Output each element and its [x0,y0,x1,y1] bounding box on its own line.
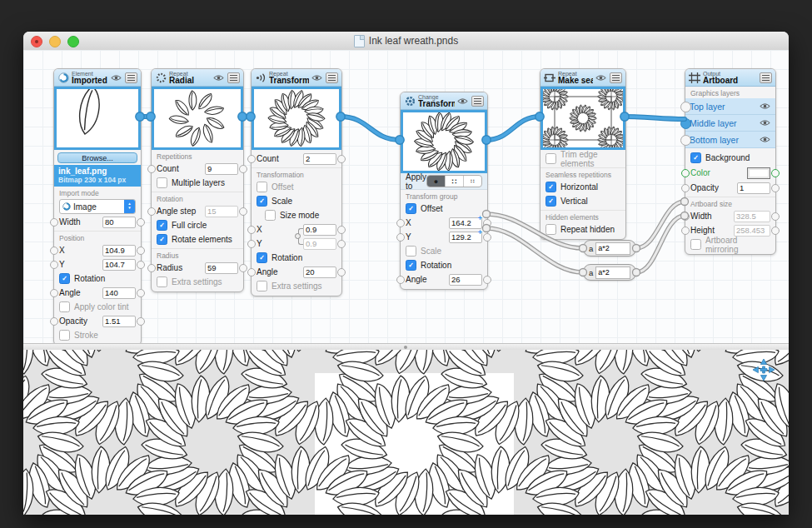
visibility-eye-icon[interactable] [457,97,469,105]
multiple-layers-checkbox[interactable] [157,177,167,188]
rotation-label: Rotation [74,274,105,283]
x-field[interactable]: 104.9 [102,245,136,257]
rotate-elements-checkbox[interactable] [157,234,167,245]
node-menu-icon[interactable] [610,72,622,83]
background-checkbox[interactable] [690,152,701,163]
y-field[interactable]: 0.9 [303,238,336,250]
count-field[interactable]: 2 [303,153,336,165]
size-mode-checkbox[interactable] [265,210,276,221]
expression-node[interactable]: a a*2 [583,264,636,281]
document-proxy-icon [354,35,365,47]
angle-field[interactable]: 20 [303,266,336,278]
count-field[interactable]: 9 [205,163,238,175]
node-preview-wreath [401,110,487,173]
color-tint-checkbox[interactable] [59,301,70,312]
horizontal-checkbox[interactable] [545,182,556,192]
offset-checkbox[interactable] [257,182,267,192]
file-info-band: ink_leaf.png Bitmap 230 x 104 px [54,165,141,187]
repeat-hidden-checkbox[interactable] [545,224,556,235]
extra-settings-checkbox[interactable] [157,276,167,287]
opacity-field[interactable]: 1 [737,182,770,194]
node-header[interactable]: OutputArtboard [685,69,775,87]
extra-settings-label: Extra settings [271,281,322,291]
stroke-checkbox[interactable] [59,330,70,341]
angle-field[interactable]: 140 [102,287,136,299]
size-mode-row: Size mode [252,208,341,222]
extra-settings-checkbox[interactable] [257,281,267,291]
layer-eye-icon[interactable] [760,136,771,144]
node-repeat-transform[interactable]: RepeatTransform Count2 Transformation Of… [251,68,342,296]
browse-button[interactable]: Browse... [57,152,137,163]
layer-row-bottom[interactable]: Bottom layer [685,132,775,148]
color-swatch[interactable] [747,167,770,179]
input-connector[interactable] [680,118,691,129]
close-button[interactable] [31,36,42,47]
node-element-imported[interactable]: ElementImported Browse... ink_leaf.png B… [53,68,142,343]
x-field[interactable]: 164.2+ [449,217,482,229]
node-canvas[interactable]: ElementImported Browse... ink_leaf.png B… [23,50,789,343]
node-header[interactable]: ElementImported [54,69,141,87]
window-titlebar[interactable]: Ink leaf wreath.pnds [23,32,789,51]
y-field[interactable]: 104.7 [102,259,136,271]
scale-checkbox[interactable] [257,196,267,207]
trim-edge-checkbox[interactable] [545,153,556,164]
expression-node[interactable]: a a*2 [583,240,636,257]
input-connector[interactable] [680,135,691,146]
input-connector[interactable] [680,102,691,112]
node-menu-icon[interactable] [471,96,484,107]
node-header[interactable]: ChangeTransform [401,92,487,110]
node-menu-icon[interactable] [326,72,338,83]
scale-checkbox[interactable] [406,246,416,257]
node-menu-icon[interactable] [125,72,137,83]
angle-step-label: Angle step [157,207,205,216]
artboard-width-field[interactable]: 328.5 [734,211,770,222]
visibility-eye-icon[interactable] [213,73,225,82]
scale-row: Scale [401,244,487,258]
angle-step-field[interactable]: 15 [205,206,238,217]
node-menu-icon[interactable] [227,72,240,83]
node-change-transform[interactable]: ChangeTransform Apply to Transform group… [400,92,488,290]
expression-field[interactable]: a*2 [595,266,630,279]
stepper-icon[interactable] [124,200,135,213]
node-menu-icon[interactable] [760,72,772,83]
layer-row-top[interactable]: Top layer [685,98,775,115]
minimize-button[interactable] [49,36,61,47]
apply-all-segment-icon[interactable] [427,176,445,187]
node-header[interactable]: RepeatMake seamless [541,69,625,87]
zoom-button[interactable] [67,36,79,47]
visibility-eye-icon[interactable] [111,73,122,82]
node-output-artboard[interactable]: OutputArtboard Graphics layers Top layer… [685,68,776,255]
rotation-checkbox[interactable] [257,252,267,263]
y-field[interactable]: 129.2+ [449,232,482,243]
color-label: Color [690,168,747,177]
radius-field[interactable]: 59 [205,262,238,274]
visibility-eye-icon[interactable] [311,73,323,82]
full-circle-checkbox[interactable] [157,220,167,231]
mirroring-checkbox[interactable] [690,239,701,250]
opacity-field[interactable]: 1.51 [102,316,136,327]
move-tool-icon[interactable] [752,358,775,381]
width-field[interactable]: 80 [102,217,136,228]
node-make-seamless[interactable]: RepeatMake seamless Trim edge elements S… [540,68,626,240]
layer-eye-icon[interactable] [760,102,771,111]
node-header[interactable]: RepeatTransform [252,69,341,87]
rotation-checkbox[interactable] [406,260,416,271]
node-repeat-radial[interactable]: RepeatRadial Repetitions Count9 Multiple… [151,68,244,292]
expression-field[interactable]: a*2 [595,242,630,255]
import-mode-select[interactable]: Image [59,199,136,214]
x-field[interactable]: 0.9 [303,224,336,236]
angle-field[interactable]: 26 [449,274,482,286]
rotation-checkbox[interactable] [59,273,70,284]
apply-subset-segment-icon[interactable] [463,176,481,187]
expression-input-label: a [589,268,593,277]
offset-checkbox[interactable] [406,203,416,214]
layer-row-middle[interactable]: Middle layer [685,115,775,132]
vertical-checkbox[interactable] [545,196,556,207]
apply-each-segment-icon[interactable] [445,176,463,187]
pattern-preview[interactable] [23,350,789,515]
multiple-layers-label: Multiple layers [172,178,225,187]
layer-eye-icon[interactable] [760,119,771,127]
artboard-height-field[interactable]: 258.453 [734,225,770,237]
node-header[interactable]: RepeatRadial [152,69,243,87]
visibility-eye-icon[interactable] [595,73,607,82]
